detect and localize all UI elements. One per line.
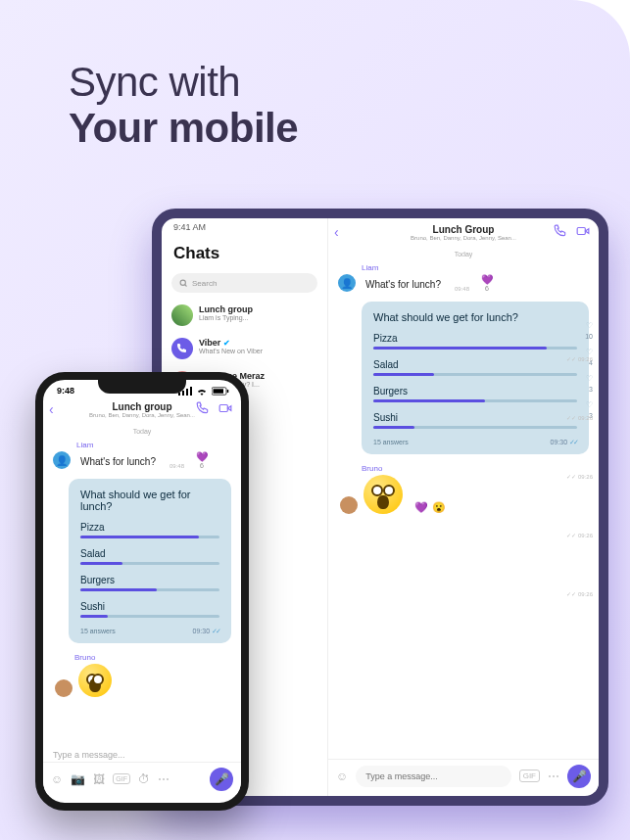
poll-answers: 15 answers [80, 628, 116, 635]
chat-name: Viber ✔ [199, 338, 263, 348]
message-time: 09:48 [455, 286, 469, 292]
svg-rect-2 [577, 228, 585, 235]
timer-icon[interactable]: ⏱ [138, 772, 150, 786]
timestamp: ✓✓ 09:26 [566, 414, 593, 421]
message-row: 👤 What's for lunch? 09:48 💜6 [43, 451, 241, 469]
wow-emoji-sticker [78, 664, 112, 697]
chats-title: Chats [162, 238, 327, 269]
timestamp: ✓✓ 09:26 [566, 355, 593, 362]
message-text: What's for lunch? [76, 454, 160, 469]
poll-option[interactable]: Pizza [80, 522, 219, 538]
message-composer: ☺ GIF ⋯ 🎤 [328, 759, 599, 792]
hero-line2: Your mobile [69, 105, 630, 151]
poll-option[interactable]: Pizza ♡ 10 [373, 333, 577, 350]
search-input[interactable]: Search [171, 273, 317, 293]
avatar [55, 679, 73, 697]
heart-icon[interactable]: ♡ [586, 321, 593, 330]
battery-icon [212, 387, 229, 396]
day-separator: Today [328, 251, 599, 257]
avatar [340, 496, 358, 514]
avatar: 👤 [53, 451, 71, 469]
message-sender: Bruno [55, 653, 231, 662]
back-button[interactable]: ‹ [49, 401, 54, 417]
hero-line1: Sync with [69, 59, 630, 105]
chat-name: Lunch group [199, 304, 253, 314]
message-input-placeholder[interactable]: Type a message... [53, 750, 198, 760]
message-time: 09:48 [170, 463, 184, 469]
phone-device: 9:48 ‹ Lunch group Bruno, Ben, Danny, Do… [35, 372, 249, 811]
read-receipt-icon: ✓✓ [569, 439, 577, 445]
chat-subtitle: Bruno, Ben, Danny, Dora, Jenny, Sean... [340, 235, 587, 241]
read-receipt-icon: ✓✓ [212, 628, 219, 634]
promo-stage: Sync with Your mobile 9:41 AM Chats Sear… [0, 0, 630, 840]
tablet-status-time: 9:41 AM [173, 222, 206, 232]
phone-status-time: 9:48 [57, 386, 74, 396]
svg-line-1 [185, 284, 187, 286]
search-icon [179, 279, 188, 288]
chat-header: ‹ Lunch group Bruno, Ben, Danny, Dora, J… [43, 396, 241, 422]
poll-option[interactable]: Sushi [80, 601, 219, 618]
send-button[interactable]: 🎤 [210, 768, 233, 791]
sticker-icon[interactable]: ☺ [51, 772, 63, 786]
search-placeholder: Search [192, 279, 217, 288]
wifi-icon [196, 387, 208, 396]
chat-list-item[interactable]: Lunch group Liam is Typing... [162, 299, 327, 332]
reaction-button[interactable]: 💜6 [196, 451, 208, 469]
chat-subtitle: What's New on Viber [199, 348, 263, 355]
poll-card[interactable]: What should we get for lunch? Pizza ♡ 10… [362, 302, 589, 454]
chat-pane: ‹ Lunch Group Bruno, Ben, Danny, Dora, J… [328, 218, 599, 796]
poll-option[interactable]: Burgers [80, 575, 219, 591]
poll-card[interactable]: What should we get for lunch? Pizza Sala… [69, 479, 231, 643]
day-separator: Today [43, 428, 241, 435]
gif-icon[interactable]: GIF [519, 770, 540, 782]
wow-emoji-sticker [363, 475, 403, 514]
poll-option[interactable]: Burgers ♡ 3 [373, 386, 577, 402]
more-icon[interactable]: ⋯ [548, 770, 559, 783]
svg-rect-5 [227, 390, 229, 393]
gallery-icon[interactable]: 🖼 [93, 772, 105, 786]
chat-subtitle: Liam is Typing... [199, 314, 253, 322]
chat-pane: ‹ Lunch group Bruno, Ben, Danny, Dora, J… [43, 396, 241, 799]
heart-icon[interactable]: ♡ [586, 400, 593, 409]
chat-header: ‹ Lunch Group Bruno, Ben, Danny, Dora, J… [328, 218, 599, 245]
call-icon[interactable] [196, 401, 210, 415]
message-input[interactable] [356, 766, 510, 787]
camera-icon[interactable]: 📷 [71, 772, 85, 786]
video-icon[interactable] [575, 224, 591, 238]
poll-option[interactable]: Salad [80, 548, 219, 565]
verified-icon: ✔ [223, 339, 230, 348]
reaction-button[interactable]: 💜6 [481, 274, 493, 292]
message-row: Bruno [43, 649, 241, 697]
timestamp: ✓✓ 09:26 [566, 532, 593, 538]
avatar [171, 304, 193, 326]
more-icon[interactable]: ⋯ [158, 772, 170, 786]
chat-title: Lunch Group [340, 224, 587, 235]
poll-question: What should we get for lunch? [373, 311, 577, 323]
poll-option[interactable]: Sushi ♡ 3 [373, 412, 577, 429]
video-icon[interactable] [218, 401, 233, 415]
message-sender: Liam [328, 263, 599, 272]
poll-option[interactable]: Salad ♡ 4 [373, 359, 577, 376]
send-button[interactable]: 🎤 [567, 765, 591, 788]
message-sender: Liam [43, 441, 241, 449]
message-text: What's for lunch? [362, 277, 445, 292]
timestamp: ✓✓ 09:26 [566, 590, 593, 597]
sticker-icon[interactable]: ☺ [336, 770, 348, 783]
timestamp: ✓✓ 09:26 [566, 473, 593, 480]
chat-list-item[interactable]: Viber ✔ What's New on Viber [162, 332, 327, 365]
back-button[interactable]: ‹ [334, 224, 339, 240]
reaction-button[interactable]: 💜 😮 [414, 501, 446, 514]
message-row: Bruno 💜 😮 [328, 460, 599, 514]
message-composer: ☺ 📷 🖼 GIF ⏱ ⋯ 🎤 [43, 762, 241, 795]
hero-title: Sync with Your mobile [69, 59, 630, 151]
call-icon[interactable] [554, 224, 567, 238]
svg-rect-4 [214, 389, 224, 394]
gif-icon[interactable]: GIF [113, 773, 130, 784]
message-sender: Bruno [340, 464, 589, 473]
avatar [171, 338, 193, 359]
avatar: 👤 [338, 274, 356, 292]
heart-icon[interactable]: ♡ [586, 374, 593, 383]
poll-question: What should we get for lunch? [80, 489, 219, 512]
svg-rect-6 [219, 405, 227, 412]
svg-point-0 [180, 280, 185, 285]
